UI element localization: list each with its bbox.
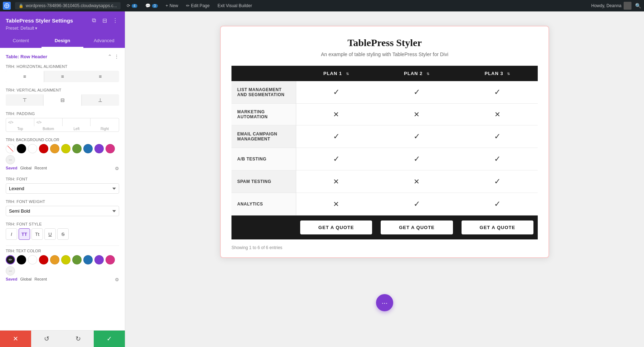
fab-dots-icon: ···	[382, 299, 388, 307]
new-button[interactable]: + New	[164, 3, 180, 9]
padding-bottom-input[interactable]	[43, 120, 60, 125]
align-left-btn[interactable]: ≡	[6, 71, 44, 82]
comments-item[interactable]: 💬 0	[143, 3, 160, 9]
preset-selector[interactable]: Preset: Default ▾	[6, 26, 119, 31]
color-white[interactable]	[28, 144, 37, 153]
check-icon: ✓	[494, 88, 501, 96]
fab-button[interactable]: ···	[376, 294, 393, 311]
cell-plan1-row4: ✕	[296, 170, 376, 193]
color-green[interactable]	[72, 144, 82, 153]
color-purple[interactable]	[94, 144, 104, 153]
site-url: 🔒 wordpress-784896-3610405.cloudwaysapps…	[15, 2, 121, 9]
strikethrough-btn[interactable]: S	[57, 228, 69, 240]
bold-btn[interactable]: TT	[19, 228, 30, 240]
cell-plan2-row0: ✓	[376, 81, 457, 104]
padding-left-group: Left	[63, 118, 91, 132]
font-weight-select[interactable]: Semi Bold	[6, 206, 119, 216]
user-greeting: Howdy, Deanna	[591, 2, 632, 10]
padding-bottom-wrap: </>	[34, 118, 63, 126]
columns-icon[interactable]: ⊟	[101, 16, 108, 24]
color-gear-icon[interactable]: ⚙	[115, 166, 119, 171]
get-quote-plan2-btn[interactable]: GET A QUOTE	[381, 220, 453, 234]
text-color-black[interactable]	[17, 255, 26, 264]
cell-plan1-row1: ✕	[296, 104, 376, 125]
cell-plan1-row5: ✕	[296, 193, 376, 215]
get-quote-plan3-btn[interactable]: GET A QUOTE	[462, 220, 533, 234]
exit-builder-button[interactable]: Exit Visual Builder	[216, 3, 254, 9]
color-pink[interactable]	[106, 144, 115, 153]
redo-button[interactable]: ↻	[63, 331, 94, 347]
save-button[interactable]: ✓	[94, 331, 125, 347]
padding-top-input[interactable]	[14, 120, 31, 125]
edit-page-button[interactable]: ✏ Edit Page	[184, 3, 211, 9]
text-color-yellow[interactable]	[61, 255, 70, 264]
tab-design[interactable]: Design	[42, 34, 83, 48]
align-center-btn[interactable]: ≡	[44, 71, 82, 82]
lock-icon: 🔒	[19, 4, 24, 8]
color-blue[interactable]	[83, 144, 93, 153]
padding-right-input[interactable]	[93, 120, 117, 125]
divider	[6, 246, 119, 246]
color-yellow[interactable]	[61, 144, 70, 153]
tab-content[interactable]: Content	[0, 34, 42, 48]
color-red[interactable]	[39, 144, 48, 153]
sort-arrows-1[interactable]: ⇅	[346, 72, 349, 76]
color-transparent[interactable]	[6, 144, 15, 153]
caps-btn[interactable]: Tt	[31, 228, 43, 240]
italic-btn[interactable]: I	[6, 228, 17, 240]
section-more-icon[interactable]: ⋮	[114, 54, 119, 59]
more-colors-btn[interactable]: ···	[6, 155, 15, 164]
text-color-gear-icon[interactable]: ⚙	[115, 277, 119, 282]
padding-label: TRH: Padding	[6, 111, 119, 116]
color-black[interactable]	[17, 144, 26, 153]
close-button[interactable]: ✕	[0, 331, 31, 347]
edit-icon: ✏	[186, 3, 190, 8]
padding-left-input[interactable]	[65, 120, 88, 125]
table-footer-text: Showing 1 to 6 of 6 entries	[231, 245, 538, 250]
chevron-down-icon: ▾	[35, 26, 37, 31]
text-color-opt-recent[interactable]: Recent	[34, 277, 47, 282]
v-align-top-btn[interactable]: ⊤	[6, 94, 44, 106]
check-icon: ✓	[494, 132, 501, 141]
table-subtitle: An example of table styling with TablePr…	[231, 51, 538, 57]
tab-advanced[interactable]: Advanced	[83, 34, 125, 48]
copy-icon[interactable]: ⧉	[90, 16, 98, 24]
v-align-bottom-btn[interactable]: ⊥	[81, 94, 119, 106]
padding-top-group: </> Top	[6, 118, 34, 132]
text-color-white[interactable]	[28, 255, 37, 264]
v-align-middle-btn[interactable]: ⊟	[44, 94, 82, 106]
color-opt-recent[interactable]: Recent	[34, 166, 47, 171]
sort-arrows-3[interactable]: ⇅	[507, 72, 510, 76]
check-icon: ✓	[494, 154, 501, 163]
text-color-swatches: ✏ ···	[6, 255, 119, 276]
padding-left-wrap	[63, 118, 91, 126]
search-icon[interactable]: 🔍	[635, 3, 641, 9]
text-color-picker[interactable]: ✏	[6, 255, 15, 264]
underline-btn[interactable]: U	[44, 228, 56, 240]
color-opt-global[interactable]: Global	[20, 166, 31, 171]
undo-button[interactable]: ↺	[31, 331, 62, 347]
cache-item[interactable]: ⟳ 4	[125, 3, 139, 9]
sort-arrows-2[interactable]: ⇅	[426, 72, 430, 76]
color-orange[interactable]	[50, 144, 59, 153]
v-align-label: TRH: Vertical Alignment	[6, 88, 119, 92]
text-color-green[interactable]	[72, 255, 82, 264]
cross-icon: ✕	[414, 178, 420, 185]
text-color-blue[interactable]	[83, 255, 93, 264]
text-color-pink[interactable]	[106, 255, 115, 264]
text-color-purple[interactable]	[94, 255, 104, 264]
more-text-colors-btn[interactable]: ···	[6, 266, 15, 276]
align-right-btn[interactable]: ≡	[81, 71, 119, 82]
row-feature: MARKETING AUTOMATION	[231, 104, 296, 125]
more-icon[interactable]: ⋮	[111, 16, 119, 24]
text-color-red[interactable]	[39, 255, 48, 264]
get-quote-plan1-btn[interactable]: GET A QUOTE	[300, 220, 372, 234]
cell-plan2-row5: ✓	[376, 193, 457, 215]
color-opt-saved[interactable]: Saved	[6, 166, 17, 171]
font-select[interactable]: Lexend	[6, 183, 119, 194]
undo-icon: ↺	[44, 335, 49, 343]
text-color-opt-saved[interactable]: Saved	[6, 277, 17, 282]
text-color-opt-global[interactable]: Global	[20, 277, 31, 282]
collapse-icon[interactable]: ⌃	[108, 54, 112, 59]
text-color-orange[interactable]	[50, 255, 59, 264]
